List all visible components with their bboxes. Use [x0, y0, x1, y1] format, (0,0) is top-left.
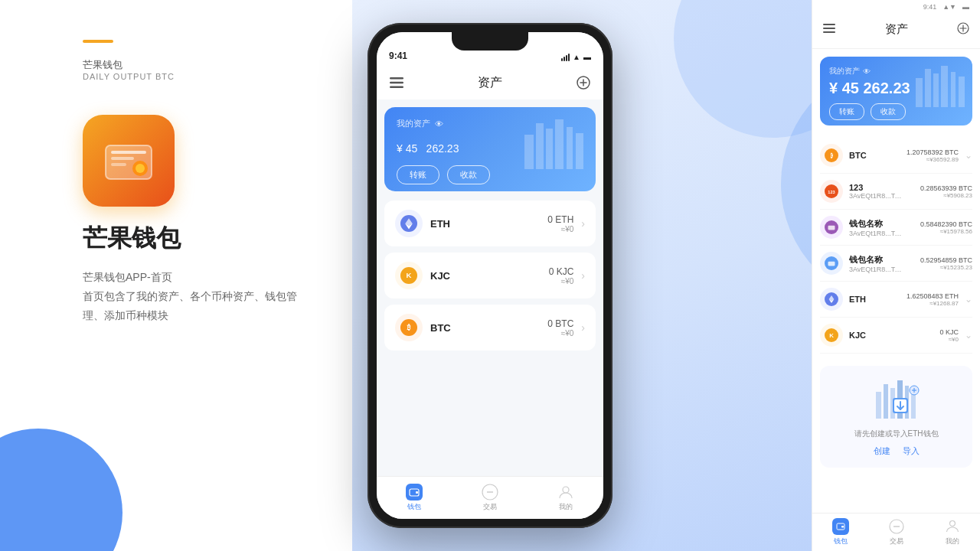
nav-trade-label: 交易	[483, 502, 497, 512]
right-signal-icon: ▲▼	[942, 3, 956, 11]
status-icons: ▲ ▬	[561, 53, 591, 61]
right-status-time: 9:41	[923, 3, 937, 11]
nav-mine-label: 我的	[559, 502, 573, 512]
eth-logo	[395, 210, 423, 237]
right-nav-trade-label: 交易	[890, 536, 903, 546]
svg-point-28	[563, 487, 569, 493]
right-kjc-val: 0 KJC ≈¥0	[939, 328, 959, 343]
right-header-title: 资产	[885, 22, 908, 37]
kjc-balance: 0 KJC ≈¥0	[549, 266, 574, 285]
svg-point-70	[949, 521, 955, 527]
right-nav-trade[interactable]: 交易	[888, 518, 905, 546]
phone-header-title: 资产	[478, 75, 502, 91]
signal-icon	[561, 54, 570, 61]
app-description: 芒果钱包APP-首页 首页包含了我的资产、各个币种资产、钱包管 理、添加币种模块	[83, 268, 297, 326]
import-illustration	[870, 377, 923, 419]
right-eth-logo	[820, 288, 843, 311]
right-mine-nav-icon	[944, 518, 961, 535]
svg-rect-4	[111, 163, 126, 166]
svg-rect-2	[111, 151, 146, 154]
right-nav-mine[interactable]: 我的	[944, 518, 961, 546]
import-actions: 创建 导入	[874, 445, 920, 457]
right-trade-nav-icon	[888, 518, 905, 535]
svg-rect-15	[546, 129, 553, 169]
right-battery-icon: ▬	[962, 3, 969, 11]
right-coin-123[interactable]: 123 123 3AvEQt1R8...TsZ4fpaRQ 0.28563939…	[820, 174, 972, 210]
right-coin-wallet1[interactable]: 钱包名称 3AvEQt1R8...TsZ4fpaRQ 0.58482390 BT…	[820, 210, 972, 246]
right-wallet1-val: 0.58482390 BTC ≈¥15978.56	[920, 220, 972, 235]
svg-point-6	[136, 164, 145, 173]
svg-rect-14	[536, 123, 544, 169]
right-coin-list: ₿ BTC 1.20758392 BTC ≈¥36592.89 ⌄ 123 12…	[812, 133, 980, 358]
svg-rect-39	[951, 72, 956, 107]
right-eth-info: ETH	[849, 295, 900, 304]
btc-info: BTC	[430, 322, 540, 334]
nav-mine[interactable]: 我的	[557, 484, 574, 512]
right-bottom-nav: 钱包 交易 我的	[812, 513, 980, 551]
svg-rect-35	[916, 78, 923, 107]
svg-rect-25	[416, 491, 418, 494]
add-icon[interactable]	[574, 73, 593, 92]
eth-info: ETH	[430, 218, 540, 230]
coin-list: ETH 0 ETH ≈¥0 › K KJC	[377, 201, 603, 476]
wallet-nav-icon	[406, 484, 423, 500]
svg-text:K: K	[829, 332, 834, 339]
right-wallet-nav-icon	[832, 518, 849, 535]
right-header-add-icon[interactable]	[957, 22, 969, 37]
right-coin-wallet2[interactable]: 钱包名称 3AvEQt1R8...TsZ4fpaRQ 0.52954859 BT…	[820, 246, 972, 282]
right-btc-arrow: ⌄	[965, 150, 972, 161]
eye-icon: 👁	[435, 119, 443, 129]
svg-rect-46	[828, 226, 835, 230]
svg-rect-8	[390, 82, 403, 84]
right-transfer-button[interactable]: 转账	[829, 103, 864, 120]
import-wallet-link[interactable]: 导入	[903, 445, 920, 457]
svg-rect-37	[933, 73, 939, 107]
nav-wallet-label: 钱包	[407, 502, 421, 512]
create-wallet-link[interactable]: 创建	[874, 445, 890, 457]
right-eye-icon: 👁	[863, 67, 871, 76]
decorative-blob	[0, 429, 122, 551]
svg-rect-9	[390, 86, 403, 89]
right-nav-wallet-label: 钱包	[834, 536, 848, 546]
right-coin-kjc[interactable]: K KJC 0 KJC ≈¥0 ⌄	[820, 318, 972, 354]
right-coin-btc[interactable]: ₿ BTC 1.20758392 BTC ≈¥36592.89 ⌄	[820, 138, 972, 174]
menu-icon[interactable]	[387, 73, 406, 92]
phone-notch	[452, 32, 528, 51]
nav-trade[interactable]: 交易	[482, 484, 498, 512]
transfer-button[interactable]: 转账	[397, 165, 439, 184]
right-eth-val: 1.62508483 ETH ≈¥1268.87	[906, 292, 959, 307]
right-nav-wallet[interactable]: 钱包	[832, 518, 849, 546]
svg-rect-38	[941, 66, 948, 107]
nav-wallet[interactable]: 钱包	[406, 484, 423, 512]
btc-balance: 0 BTC ≈¥0	[547, 318, 573, 337]
right-header-menu-icon[interactable]	[823, 22, 835, 37]
left-section: 芒果钱包 DAILY OUTPUT BTC 芒果钱包 芒果钱包APP-首页 首页…	[0, 0, 383, 551]
import-text: 请先创建或导入ETH钱包	[854, 429, 939, 439]
svg-text:₿: ₿	[830, 152, 833, 159]
right-asset-card: 我的资产 👁 ¥ 45 262.23 转账 收款	[820, 57, 972, 126]
brand-name-small: 芒果钱包	[83, 58, 122, 72]
right-receive-button[interactable]: 收款	[871, 103, 906, 120]
right-status-bar: 9:41 ▲▼ ▬	[812, 0, 980, 11]
svg-rect-52	[876, 392, 881, 419]
app-title: 芒果钱包	[83, 222, 181, 256]
right-coin-eth[interactable]: ETH 1.62508483 ETH ≈¥1268.87 ⌄	[820, 282, 972, 318]
mine-nav-icon	[557, 484, 574, 500]
coin-item-kjc[interactable]: K KJC 0 KJC ≈¥0 ›	[384, 253, 596, 298]
phone-mockup: 9:41 ▲ ▬ 资产	[368, 23, 612, 528]
right-header: 资产	[812, 11, 980, 49]
right-wallet2-logo	[820, 252, 843, 275]
right-kjc-info: KJC	[849, 331, 933, 340]
right-123-logo: 123	[820, 180, 843, 203]
phone-frame: 9:41 ▲ ▬ 资产	[368, 23, 612, 528]
asset-card: 我的资产 👁 ¥45 262.23 转账 收款	[384, 107, 596, 191]
svg-rect-29	[823, 24, 835, 25]
right-panel: 9:41 ▲▼ ▬ 资产 我的资产 👁 ¥ 45 262.23 转账 收款	[812, 0, 980, 551]
coin-item-btc[interactable]: ₿ BTC 0 BTC ≈¥0 ›	[384, 305, 596, 350]
orange-accent-line	[83, 40, 113, 43]
coin-item-eth[interactable]: ETH 0 ETH ≈¥0 ›	[384, 201, 596, 246]
city-bg-svg	[521, 112, 590, 169]
kjc-info: KJC	[430, 270, 541, 282]
receive-button[interactable]: 收款	[447, 165, 490, 184]
svg-rect-17	[567, 127, 573, 169]
